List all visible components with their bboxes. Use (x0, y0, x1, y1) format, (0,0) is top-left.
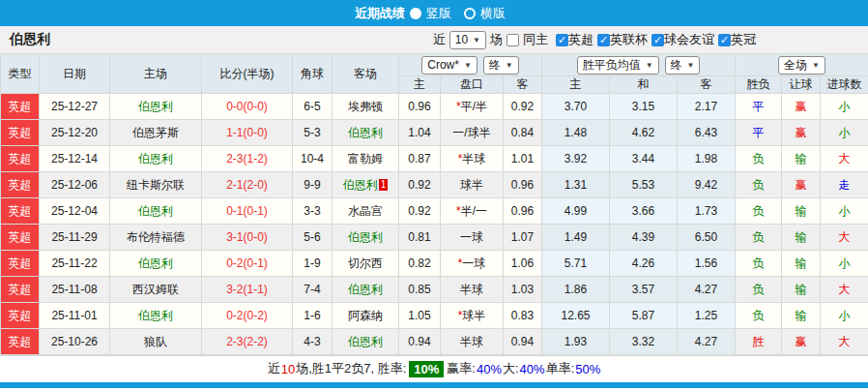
summary-part: 大: (503, 360, 519, 377)
score-cell: 1-1(0-0) (202, 120, 293, 146)
horizontal-layout-label[interactable]: 横版 (480, 5, 506, 22)
league-badge: 英超 (1, 225, 40, 251)
avg-away-cell: 2.17 (678, 94, 736, 120)
handicap-text: 一球 (462, 256, 485, 270)
summary-part: 赢率: (447, 360, 476, 377)
bookmaker-select[interactable]: Crow* ▼ (421, 56, 477, 75)
corner-cell: 1-9 (293, 251, 333, 277)
avg-away-cell: 1.56 (678, 251, 736, 277)
rounds-select[interactable]: 10 ▼ (449, 31, 486, 49)
home-odds-cell: 0.96 (399, 94, 441, 120)
vertical-layout-radio[interactable] (410, 8, 421, 19)
wdl-cell: 胜 (736, 329, 782, 355)
away-odds-cell: 0.96 (504, 172, 542, 198)
league-checkbox[interactable]: ✓ (556, 34, 568, 46)
odds-time-select[interactable]: 终 ▼ (665, 56, 701, 75)
league-checkbox-label[interactable]: 英超 (568, 32, 593, 46)
vertical-layout-label[interactable]: 竖版 (426, 5, 451, 22)
league-checkbox[interactable]: ✓ (718, 34, 731, 46)
scope-select[interactable]: 全场 ▼ (778, 56, 825, 75)
wdl-header: 胜负 (736, 76, 782, 94)
avg-odds-select[interactable]: 胜平负均值 ▼ (577, 56, 659, 75)
results-body: 英超25-12-27伯恩利0-0(0-0)6-5埃弗顿0.96*平/半0.923… (1, 94, 868, 355)
handicap-cell: *半/一 (441, 198, 504, 225)
handicap-cell: 一球 (441, 225, 504, 251)
home-team-cell: 伯恩利 (110, 94, 202, 120)
odds-time-value: 终 (671, 57, 682, 74)
date-cell: 25-12-06 (40, 172, 110, 198)
league-badge: 英超 (1, 120, 40, 146)
handicap-time-select[interactable]: 终 ▼ (483, 56, 519, 75)
avg-home-cell: 12.65 (542, 303, 610, 329)
away-odds-cell: 1.07 (504, 225, 542, 251)
score-cell: 3-1(0-0) (202, 225, 293, 251)
table-row: 英超25-12-04伯恩利0-1(0-1)3-3水晶宫0.92*半/一0.964… (1, 198, 868, 225)
handicap-result-cell: 输 (782, 198, 821, 225)
score-cell: 0-2(0-1) (202, 251, 293, 277)
away-team-name: 伯恩利 (348, 335, 383, 348)
horizontal-layout-radio[interactable] (464, 8, 476, 19)
near-label: 近 (433, 31, 446, 48)
avg-draw-header: 和 (610, 76, 678, 94)
away-odds-cell: 1.01 (504, 146, 542, 172)
home-odds-cell: 1.04 (399, 120, 441, 146)
home-team-cell: 伯恩利 (110, 303, 202, 329)
date-cell: 25-11-01 (40, 303, 110, 329)
handicap-text: 球半 (460, 178, 483, 192)
league-checkbox-label[interactable]: 英联杯 (610, 32, 648, 46)
results-table: 类型 日期 主场 比分(半场) 角球 客场 Crow* ▼ 终 ▼ (0, 53, 868, 355)
corner-cell: 1-6 (293, 303, 333, 329)
score-cell: 0-1(0-1) (202, 198, 293, 225)
chevron-down-icon: ▼ (646, 61, 653, 70)
home-team-cell: 纽卡斯尔联 (110, 172, 202, 198)
league-checkbox-label[interactable]: 英冠 (731, 32, 756, 46)
corner-cell: 4-3 (293, 329, 333, 355)
away-team-cell: 伯恩利 (333, 329, 399, 355)
summary-part: 单率: (546, 360, 575, 377)
handicap-cell: *球半 (441, 303, 504, 329)
table-header: 类型 日期 主场 比分(半场) 角球 客场 Crow* ▼ 终 ▼ (1, 54, 868, 94)
table-row: 英超25-10-26狼队2-3(2-2)4-3伯恩利0.94半球0.941.93… (1, 329, 868, 355)
league-checkbox-label[interactable]: 球会友谊 (664, 32, 714, 46)
away-odds-cell: 0.94 (504, 329, 542, 355)
handicap-text: 一/球半 (452, 126, 490, 139)
home-team-cell: 狼队 (110, 329, 202, 355)
summary-part: 50% (575, 362, 600, 376)
wdl-cell: 负 (736, 251, 782, 277)
away-team-name: 切尔西 (348, 256, 383, 270)
score-cell: 3-2(1-1) (202, 277, 293, 303)
corner-cell: 9-9 (293, 172, 333, 198)
away-odds-cell: 1.06 (504, 251, 542, 277)
home-odds-cell: 0.94 (399, 329, 441, 355)
away-odds-cell: 0.92 (504, 94, 542, 120)
avg-draw-cell: 5.53 (610, 172, 678, 198)
summary-part: 近 (268, 360, 280, 377)
header-score: 比分(半场) (202, 54, 293, 94)
summary-part: 10 (281, 362, 295, 376)
avg-draw-cell: 4.62 (610, 120, 678, 146)
header-away: 客场 (333, 54, 399, 94)
header-date: 日期 (40, 54, 110, 94)
avg-away-cell: 9.42 (678, 172, 736, 198)
same-home-label[interactable]: 同主 (523, 31, 548, 48)
same-home-checkbox[interactable] (506, 34, 519, 46)
avg-home-cell: 4.99 (542, 198, 610, 225)
league-checkbox[interactable]: ✓ (651, 34, 664, 46)
avg-draw-cell: 3.15 (610, 94, 678, 120)
avg-away-cell: 4.27 (678, 277, 736, 303)
away-odds-cell: 1.03 (504, 277, 542, 303)
handicap-cell: *一球 (441, 251, 504, 277)
home-odds-cell: 1.05 (399, 303, 441, 329)
score-cell: 2-1(2-0) (202, 172, 293, 198)
league-checkbox[interactable]: ✓ (597, 34, 610, 46)
home-team-cell: 西汉姆联 (110, 277, 202, 303)
goals-cell: 小 (821, 94, 868, 120)
avg-draw-cell: 5.87 (610, 303, 678, 329)
wdl-cell: 平 (736, 94, 782, 120)
score-cell: 2-3(2-2) (202, 329, 293, 355)
chevron-down-icon: ▼ (473, 36, 480, 45)
handicap-cell: 半球 (441, 277, 504, 303)
handicap-cell: *平/半 (441, 94, 504, 120)
away-team-cell: 伯恩利 (333, 277, 399, 303)
goals-cell: 走 (821, 172, 868, 198)
